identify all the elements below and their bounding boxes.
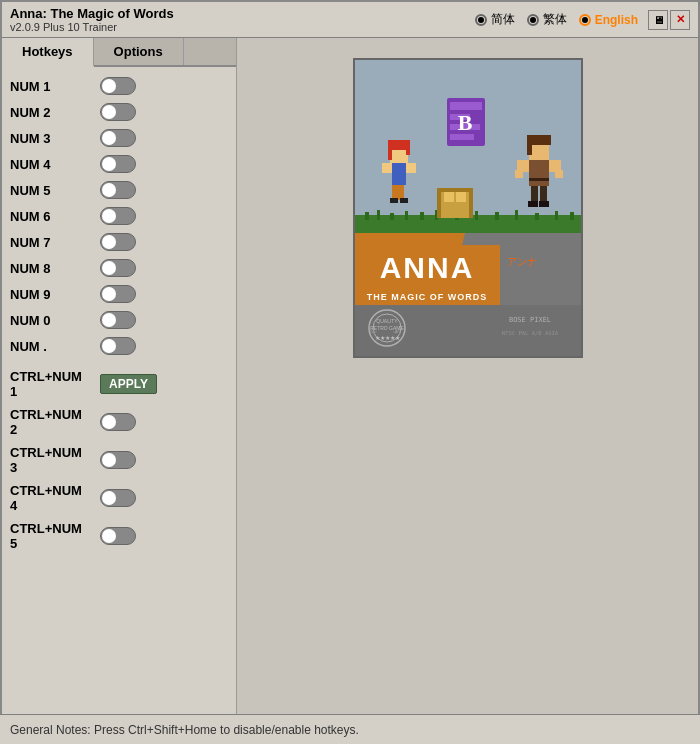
lang-traditional[interactable]: 繁体	[527, 11, 567, 28]
hotkey-item-num0: NUM 0	[10, 311, 228, 329]
cover-art: B	[355, 60, 583, 358]
svg-rect-15	[570, 212, 574, 220]
toggle-ctrl2[interactable]	[100, 413, 136, 431]
hotkey-item-ctrl3: CTRL+NUM 3	[10, 445, 228, 475]
svg-rect-40	[400, 198, 408, 203]
svg-text:ANNA: ANNA	[379, 251, 474, 284]
tab-hotkeys[interactable]: Hotkeys	[2, 38, 94, 67]
monitor-button[interactable]: 🖥	[648, 10, 668, 30]
radio-simplified[interactable]	[475, 14, 487, 26]
lang-simplified-label: 简体	[491, 11, 515, 28]
radio-traditional[interactable]	[527, 14, 539, 26]
app-subtitle: v2.0.9 Plus 10 Trainer	[10, 21, 174, 33]
main-content: Hotkeys Options NUM 1 NUM 2 NUM 3 NUM 4	[2, 38, 698, 716]
svg-rect-6	[405, 211, 408, 220]
titlebar-controls: 简体 繁体 English 🖥 ✕	[475, 10, 690, 30]
svg-rect-13	[535, 213, 539, 220]
svg-rect-5	[390, 213, 394, 220]
svg-rect-44	[529, 160, 549, 186]
hotkey-label-num8: NUM 8	[10, 261, 90, 276]
svg-rect-24	[437, 188, 473, 218]
right-panel: B	[237, 38, 698, 716]
toggle-num5[interactable]	[100, 181, 136, 199]
toggle-num1[interactable]	[100, 77, 136, 95]
svg-text:THE MAGIC OF WORDS: THE MAGIC OF WORDS	[366, 292, 487, 302]
svg-rect-39	[390, 198, 398, 203]
svg-rect-32	[388, 140, 392, 160]
hotkey-label-num6: NUM 6	[10, 209, 90, 224]
toggle-ctrl4[interactable]	[100, 489, 136, 507]
svg-rect-35	[382, 163, 392, 173]
app-title: Anna: The Magic of Words	[10, 6, 174, 21]
lang-simplified[interactable]: 简体	[475, 11, 515, 28]
lang-english[interactable]: English	[579, 13, 638, 27]
radio-english[interactable]	[579, 14, 591, 26]
svg-rect-7	[420, 212, 424, 220]
svg-text:★★★★★: ★★★★★	[374, 335, 399, 341]
hotkey-item-num8: NUM 8	[10, 259, 228, 277]
svg-rect-45	[529, 178, 549, 181]
toggle-numdot[interactable]	[100, 337, 136, 355]
hotkey-label-num4: NUM 4	[10, 157, 90, 172]
toggle-ctrl3[interactable]	[100, 451, 136, 469]
status-text: General Notes: Press Ctrl+Shift+Home to …	[10, 723, 359, 737]
svg-rect-10	[475, 211, 478, 220]
tab-bar: Hotkeys Options	[2, 38, 236, 67]
hotkey-item-num4: NUM 4	[10, 155, 228, 173]
svg-rect-49	[555, 170, 563, 178]
window-controls: 🖥 ✕	[648, 10, 690, 30]
toggle-num8[interactable]	[100, 259, 136, 277]
hotkey-label-ctrl4: CTRL+NUM 4	[10, 483, 90, 513]
svg-rect-37	[392, 185, 398, 200]
hotkey-item-num2: NUM 2	[10, 103, 228, 121]
hotkey-item-num7: NUM 7	[10, 233, 228, 251]
game-cover: B	[353, 58, 583, 358]
svg-rect-12	[515, 210, 518, 220]
hotkey-item-ctrl1: CTRL+NUM 1 APPLY	[10, 369, 228, 399]
hotkey-label-num0: NUM 0	[10, 313, 90, 328]
svg-rect-48	[515, 170, 523, 178]
svg-rect-29	[456, 192, 466, 202]
status-bar: General Notes: Press Ctrl+Shift+Home to …	[0, 714, 700, 744]
toggle-num3[interactable]	[100, 129, 136, 147]
toggle-num0[interactable]	[100, 311, 136, 329]
hotkey-item-numdot: NUM .	[10, 337, 228, 355]
svg-rect-4	[377, 210, 380, 220]
toggle-num6[interactable]	[100, 207, 136, 225]
toggle-num7[interactable]	[100, 233, 136, 251]
lang-english-label: English	[595, 13, 638, 27]
toggle-num4[interactable]	[100, 155, 136, 173]
svg-text:アンナ: アンナ	[507, 256, 537, 267]
svg-rect-3	[365, 212, 369, 220]
language-options: 简体 繁体 English	[475, 11, 638, 28]
svg-rect-28	[444, 192, 454, 202]
apply-button[interactable]: APPLY	[100, 374, 157, 394]
titlebar: Anna: The Magic of Words v2.0.9 Plus 10 …	[2, 2, 698, 38]
close-button[interactable]: ✕	[670, 10, 690, 30]
toggle-num9[interactable]	[100, 285, 136, 303]
svg-rect-26	[437, 188, 441, 218]
hotkey-item-num6: NUM 6	[10, 207, 228, 225]
hotkey-item-num9: NUM 9	[10, 285, 228, 303]
svg-rect-33	[406, 140, 410, 155]
hotkey-label-num1: NUM 1	[10, 79, 90, 94]
titlebar-text: Anna: The Magic of Words v2.0.9 Plus 10 …	[10, 6, 174, 33]
hotkey-item-num1: NUM 1	[10, 77, 228, 95]
svg-rect-34	[392, 163, 406, 185]
hotkey-label-num5: NUM 5	[10, 183, 90, 198]
svg-rect-19	[450, 102, 482, 110]
hotkey-item-ctrl5: CTRL+NUM 5	[10, 521, 228, 551]
toggle-num2[interactable]	[100, 103, 136, 121]
svg-rect-38	[398, 185, 404, 200]
tab-options[interactable]: Options	[94, 38, 184, 65]
hotkey-label-numdot: NUM .	[10, 339, 90, 354]
hotkey-label-ctrl3: CTRL+NUM 3	[10, 445, 90, 475]
hotkey-label-num7: NUM 7	[10, 235, 90, 250]
toggle-ctrl5[interactable]	[100, 527, 136, 545]
hotkey-list: NUM 1 NUM 2 NUM 3 NUM 4 NUM 5 NUM 6	[2, 67, 236, 569]
hotkey-item-num5: NUM 5	[10, 181, 228, 199]
svg-rect-25	[437, 188, 473, 192]
svg-rect-36	[406, 163, 416, 173]
hotkey-label-num2: NUM 2	[10, 105, 90, 120]
hotkey-item-ctrl4: CTRL+NUM 4	[10, 483, 228, 513]
